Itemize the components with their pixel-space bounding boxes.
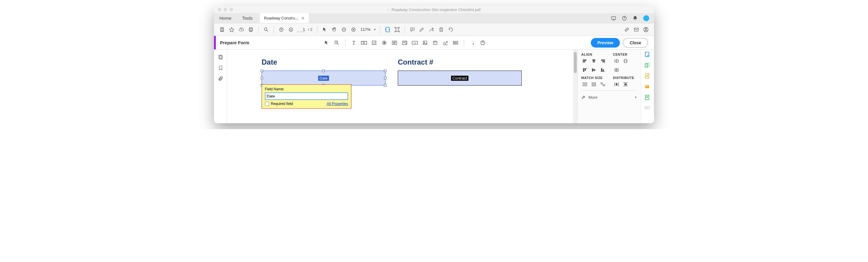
all-properties-link[interactable]: All Properties: [327, 102, 348, 106]
zoom-out-icon[interactable]: [340, 26, 348, 33]
radio-icon[interactable]: [380, 39, 389, 47]
highlight-icon[interactable]: [418, 26, 426, 33]
resize-handle[interactable]: [261, 77, 263, 79]
fit-page-icon[interactable]: [393, 26, 401, 33]
barcode-icon[interactable]: [452, 39, 460, 47]
text-tool-icon[interactable]: [350, 39, 358, 47]
print-icon[interactable]: [247, 26, 255, 33]
minimize-window-icon[interactable]: [224, 8, 227, 11]
match-height-icon[interactable]: [590, 81, 597, 87]
sign-icon[interactable]: [644, 84, 651, 91]
cloud-upload-icon[interactable]: [237, 26, 245, 33]
draw-icon[interactable]: [428, 26, 435, 33]
close-button[interactable]: Close: [623, 38, 648, 47]
vertical-scrollbar[interactable]: [573, 50, 577, 123]
align-left-icon[interactable]: [581, 58, 588, 64]
selection-tool-icon[interactable]: [321, 26, 329, 33]
export-icon[interactable]: [644, 95, 651, 102]
more-label: More: [588, 95, 632, 100]
match-width-icon[interactable]: [581, 81, 588, 87]
page-number-input[interactable]: [297, 27, 305, 32]
text-field-icon[interactable]: [360, 39, 368, 47]
align-top-icon[interactable]: [581, 67, 588, 73]
share-desktop-icon[interactable]: [611, 15, 616, 21]
thumbnails-icon[interactable]: [218, 55, 223, 60]
distribute-v-icon[interactable]: [622, 81, 629, 87]
help-tool-icon[interactable]: [478, 39, 487, 47]
select-tool-icon[interactable]: [322, 39, 331, 47]
page-up-icon[interactable]: [277, 26, 285, 33]
dropdown-icon[interactable]: [401, 39, 409, 47]
date-field-badge: Date: [318, 76, 329, 81]
svg-rect-52: [601, 83, 602, 84]
combine-icon[interactable]: [644, 62, 651, 69]
svg-rect-43: [592, 69, 593, 71]
comment-icon[interactable]: [408, 26, 416, 33]
tab-close-icon[interactable]: ✕: [301, 16, 305, 21]
toolbar-mode-label: Prepare Form: [216, 40, 253, 45]
star-icon[interactable]: [228, 26, 236, 33]
zoom-dropdown-icon[interactable]: ▼: [374, 28, 376, 31]
resize-handle[interactable]: [384, 84, 386, 87]
checkbox-icon[interactable]: [370, 39, 378, 47]
required-checkbox[interactable]: Required field: [265, 102, 293, 106]
left-sidebar: [214, 50, 227, 123]
bell-icon[interactable]: [632, 15, 638, 21]
zoom-in-icon[interactable]: [350, 26, 358, 33]
required-checkbox-input[interactable]: [265, 102, 269, 106]
tab-tools[interactable]: Tools: [237, 13, 258, 23]
profile-icon[interactable]: [642, 26, 650, 33]
erase-icon[interactable]: [437, 26, 445, 33]
field-name-input[interactable]: [265, 92, 348, 100]
hand-tool-icon[interactable]: [331, 26, 338, 33]
resize-handle[interactable]: [261, 70, 263, 72]
distribute-h-icon[interactable]: [613, 81, 620, 87]
align-h-center-icon[interactable]: [590, 58, 597, 64]
svg-rect-2: [221, 28, 223, 29]
date-field[interactable]: Date: [261, 71, 385, 86]
match-both-icon[interactable]: [599, 81, 607, 87]
signature-icon[interactable]: [441, 39, 450, 47]
date-field-icon[interactable]: [431, 39, 439, 47]
close-window-icon[interactable]: [218, 8, 221, 11]
undo-icon[interactable]: [447, 26, 455, 33]
user-avatar[interactable]: [643, 15, 649, 21]
organize-icon[interactable]: [644, 105, 651, 112]
resize-handle[interactable]: [322, 70, 325, 72]
align-v-center-icon[interactable]: [590, 67, 597, 73]
center-both-icon[interactable]: [613, 67, 620, 73]
tab-home[interactable]: Home: [214, 13, 237, 23]
maximize-window-icon[interactable]: [229, 8, 233, 11]
search-icon[interactable]: [262, 26, 270, 33]
email-icon[interactable]: [632, 26, 640, 33]
pin-icon[interactable]: [468, 39, 477, 47]
align-bottom-icon[interactable]: [599, 67, 607, 73]
image-field-icon[interactable]: [421, 39, 429, 47]
tab-document[interactable]: Roadway Constru... ✕: [260, 13, 309, 23]
list-box-icon[interactable]: [390, 39, 399, 47]
help-icon[interactable]: [622, 15, 627, 21]
fit-width-icon[interactable]: [384, 26, 392, 33]
edit-pdf-icon[interactable]: [644, 73, 651, 80]
save-icon[interactable]: [218, 26, 226, 33]
button-icon[interactable]: OK: [411, 39, 419, 47]
center-h-icon[interactable]: [613, 58, 620, 64]
more-options[interactable]: More ▼: [581, 93, 637, 101]
edit-tool-icon[interactable]: [333, 39, 341, 47]
contract-field[interactable]: Contract: [398, 71, 522, 86]
svg-rect-37: [601, 60, 604, 61]
create-pdf-icon[interactable]: [644, 52, 651, 59]
resize-handle[interactable]: [384, 77, 386, 79]
center-v-icon[interactable]: [622, 58, 629, 64]
svg-rect-5: [250, 30, 252, 31]
attachments-icon[interactable]: [218, 76, 223, 81]
field-properties-popup: Field Name: Required field All Propertie…: [261, 84, 351, 108]
scrollbar-thumb[interactable]: [574, 52, 577, 73]
bookmarks-icon[interactable]: [218, 65, 223, 71]
page-down-icon[interactable]: [287, 26, 295, 33]
link-icon[interactable]: [623, 26, 631, 33]
preview-button[interactable]: Preview: [591, 38, 620, 47]
align-right-icon[interactable]: [599, 58, 607, 64]
resize-handle[interactable]: [384, 70, 386, 72]
distribute-label: DISTRIBUTE: [613, 76, 634, 79]
